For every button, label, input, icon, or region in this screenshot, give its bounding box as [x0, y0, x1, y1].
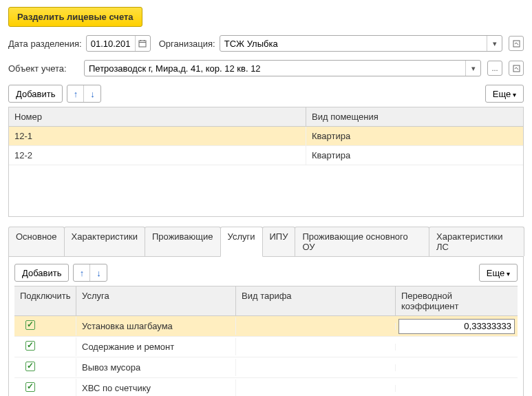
org-input-combo[interactable]: ▾: [220, 35, 502, 52]
cell-number: 12-2: [9, 146, 306, 165]
cell-type: Квартира: [306, 146, 523, 165]
tab-основное[interactable]: Основное: [8, 227, 65, 256]
tab-характеристики-лс[interactable]: Характеристики ЛС: [429, 227, 524, 256]
tab-характеристики[interactable]: Характеристики: [64, 227, 145, 256]
more-services-button[interactable]: Еще: [479, 264, 518, 282]
tab-услуги[interactable]: Услуги: [220, 227, 263, 257]
move-service-buttons: ↑ ↓: [73, 264, 107, 282]
checkbox-icon[interactable]: [25, 382, 35, 392]
tab-проживающие-основного-оу[interactable]: Проживающие основного ОУ: [295, 227, 429, 256]
table-row[interactable]: 12-2Квартира: [9, 146, 523, 165]
cell-service: Установка шлагбаума: [76, 317, 236, 335]
cell-connect[interactable]: [14, 379, 76, 396]
cell-coef: [396, 385, 518, 392]
add-button[interactable]: Добавить: [8, 85, 63, 103]
org-label: Организация:: [159, 39, 215, 49]
cell-tariff: [236, 385, 396, 392]
cell-type: Квартира: [306, 127, 523, 145]
open-button[interactable]: [509, 36, 524, 51]
col-header-number[interactable]: Номер: [9, 107, 306, 126]
dropdown-icon[interactable]: ▾: [465, 61, 480, 76]
col-header-connect[interactable]: Подключить: [14, 286, 76, 315]
cell-connect[interactable]: [14, 358, 76, 377]
tab-проживающие[interactable]: Проживающие: [145, 227, 221, 256]
svg-rect-4: [513, 41, 520, 47]
more-button[interactable]: Еще: [485, 85, 524, 103]
object-input-combo[interactable]: ▾: [84, 60, 481, 76]
move-buttons: ↑ ↓: [67, 85, 101, 103]
table-row[interactable]: 12-1Квартира: [9, 127, 523, 146]
cell-coef: [396, 344, 518, 351]
table-row[interactable]: ХВС по счетчику: [14, 378, 518, 396]
table-row[interactable]: Установка шлагбаума: [14, 316, 518, 337]
tab-ипу[interactable]: ИПУ: [262, 227, 296, 256]
object-field[interactable]: [85, 61, 465, 76]
cell-service: ХВС по счетчику: [76, 379, 236, 396]
date-label: Дата разделения:: [8, 39, 82, 49]
add-service-button[interactable]: Добавить: [14, 264, 69, 282]
cell-service: Содержание и ремонт: [76, 338, 236, 355]
cell-tariff: [236, 344, 396, 351]
svg-rect-0: [139, 41, 146, 47]
checkbox-icon[interactable]: [25, 362, 35, 371]
accounts-grid: Номер Вид помещения 12-1Квартира12-2Квар…: [8, 107, 524, 217]
object-label: Объект учета:: [8, 63, 80, 74]
cell-tariff: [236, 364, 396, 371]
move-up-icon[interactable]: ↑: [67, 85, 84, 102]
checkbox-icon[interactable]: [25, 320, 35, 330]
col-header-tariff[interactable]: Вид тарифа: [236, 286, 396, 315]
cell-connect[interactable]: [14, 337, 76, 356]
table-row[interactable]: Вывоз мусора: [14, 357, 518, 378]
move-up-icon[interactable]: ↑: [74, 264, 90, 281]
cell-number: 12-1: [9, 127, 306, 145]
col-header-service[interactable]: Услуга: [76, 286, 236, 315]
cell-coef: [396, 364, 518, 371]
services-grid: Подключить Услуга Вид тарифа Переводной …: [14, 286, 518, 396]
date-input-combo[interactable]: [86, 35, 151, 52]
checkbox-icon[interactable]: [25, 341, 35, 351]
col-header-coef[interactable]: Переводной коэффициент: [396, 286, 518, 315]
coef-input[interactable]: [398, 319, 515, 334]
cell-service: Вывоз мусора: [76, 359, 236, 376]
table-row[interactable]: Содержание и ремонт: [14, 337, 518, 357]
split-accounts-button[interactable]: Разделить лицевые счета: [8, 7, 142, 27]
tabs: ОсновноеХарактеристикиПроживающиеУслугиИ…: [8, 227, 524, 257]
svg-rect-5: [513, 65, 520, 72]
open-button[interactable]: [509, 61, 524, 76]
cell-tariff: [236, 323, 396, 330]
dropdown-icon[interactable]: ▾: [487, 36, 502, 51]
cell-connect[interactable]: [14, 317, 76, 335]
col-header-type[interactable]: Вид помещения: [306, 107, 523, 126]
date-field[interactable]: [87, 36, 135, 51]
calendar-icon[interactable]: [135, 36, 150, 51]
move-down-icon[interactable]: ↓: [84, 85, 100, 102]
move-down-icon[interactable]: ↓: [90, 264, 107, 281]
select-button[interactable]: ...: [487, 61, 502, 76]
org-field[interactable]: [220, 36, 487, 51]
